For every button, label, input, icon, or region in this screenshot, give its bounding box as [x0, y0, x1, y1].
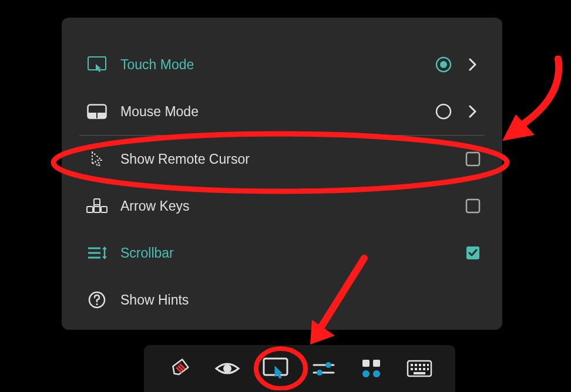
menu-item-label: Mouse Mode — [120, 104, 426, 120]
svg-rect-32 — [373, 360, 380, 367]
svg-point-25 — [223, 364, 231, 373]
menu-item-mouse-mode[interactable]: Mouse Mode — [62, 88, 502, 135]
svg-point-33 — [362, 370, 370, 377]
radio-selected[interactable] — [432, 53, 455, 76]
menu-item-label: Arrow Keys — [120, 198, 455, 214]
toolbar-keyboard[interactable] — [402, 351, 437, 386]
svg-rect-46 — [414, 372, 425, 374]
svg-point-28 — [325, 362, 331, 368]
svg-rect-41 — [411, 368, 413, 370]
svg-marker-51 — [502, 114, 535, 141]
svg-rect-37 — [415, 364, 417, 366]
svg-rect-10 — [94, 207, 100, 212]
svg-rect-40 — [427, 364, 429, 366]
checkbox-unchecked[interactable] — [461, 147, 485, 171]
svg-rect-43 — [419, 368, 421, 370]
scrollbar-icon — [85, 241, 109, 265]
toolbar-grid-apps[interactable] — [354, 351, 389, 386]
menu-item-label: Touch Mode — [120, 57, 426, 73]
touch-mode-icon — [85, 53, 109, 76]
radio-unselected[interactable] — [432, 100, 455, 123]
svg-rect-38 — [419, 364, 421, 366]
arrow-keys-icon — [85, 194, 109, 218]
svg-rect-8 — [94, 199, 100, 205]
toolbar-eraser[interactable] — [162, 351, 197, 386]
mouse-mode-icon — [85, 100, 109, 123]
remote-cursor-icon — [85, 147, 109, 171]
chevron-right-icon[interactable] — [461, 100, 485, 123]
svg-rect-14 — [466, 200, 479, 212]
svg-rect-9 — [87, 207, 93, 212]
bottom-toolbar — [144, 345, 455, 392]
svg-rect-36 — [411, 364, 413, 366]
svg-point-34 — [373, 370, 380, 377]
menu-item-arrow-keys[interactable]: Arrow Keys — [62, 183, 502, 229]
checkbox-checked[interactable] — [461, 241, 485, 265]
svg-point-21 — [96, 303, 98, 305]
chevron-right-icon[interactable] — [461, 53, 485, 76]
menu-item-label: Show Hints — [120, 292, 485, 308]
svg-rect-11 — [101, 207, 107, 212]
svg-rect-44 — [423, 368, 425, 370]
help-circle-icon — [85, 288, 109, 312]
svg-point-30 — [317, 370, 323, 376]
toolbar-touch-cursor[interactable] — [258, 351, 293, 386]
menu-item-label: Scrollbar — [120, 245, 455, 261]
toolbar-sliders[interactable] — [306, 351, 341, 386]
menu-item-label: Show Remote Cursor — [120, 151, 455, 167]
svg-point-2 — [440, 61, 447, 68]
svg-rect-39 — [423, 364, 425, 366]
svg-rect-31 — [362, 360, 370, 367]
menu-item-touch-mode[interactable]: Touch Mode — [62, 41, 502, 88]
svg-point-6 — [436, 104, 451, 119]
input-settings-menu: Touch Mode Mouse Mode — [62, 18, 502, 330]
svg-rect-45 — [427, 368, 429, 370]
svg-rect-42 — [415, 368, 417, 370]
svg-rect-7 — [466, 153, 479, 165]
toolbar-eye[interactable] — [210, 351, 245, 386]
checkbox-unchecked[interactable] — [461, 194, 485, 218]
menu-item-scrollbar[interactable]: Scrollbar — [62, 229, 502, 276]
menu-item-show-hints[interactable]: Show Hints — [62, 276, 502, 323]
menu-item-show-remote-cursor[interactable]: Show Remote Cursor — [62, 136, 502, 183]
